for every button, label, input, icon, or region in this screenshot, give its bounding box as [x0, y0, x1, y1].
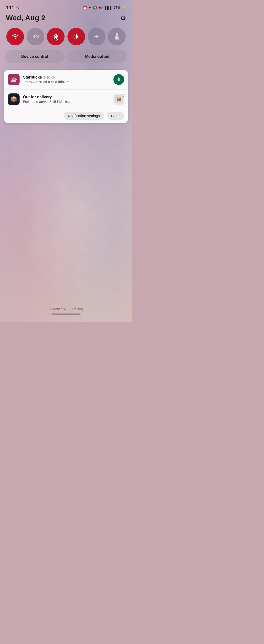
status-time: 11:10: [6, 4, 19, 11]
starbucks-notif-text: Today—50% off a cold drink af..: [23, 80, 110, 84]
starbucks-app-icon: ☕: [8, 74, 20, 86]
status-icons: ⏰ ✱ 🔇 5G↑ ▌▌▌ 78% 🔋: [83, 6, 126, 10]
svg-text:☕: ☕: [117, 77, 120, 79]
5g-icon: 5G↑: [98, 6, 103, 9]
notification-actions: Notification settings Clear: [4, 109, 128, 123]
quick-toggles: β ✈: [0, 26, 132, 49]
svg-text:β: β: [54, 33, 57, 39]
airplane-icon: ✈: [94, 33, 99, 40]
amazon-notification[interactable]: 📦 Out for delivery Estimated arrival 3:1…: [4, 90, 128, 109]
starbucks-notification[interactable]: ☕ Starbucks 9:20 AM Today—50% off a cold…: [4, 70, 128, 90]
amazon-notif-text: Estimated arrival 3:15 PM - 6:..: [23, 100, 110, 104]
battery-icon: 🔋: [122, 6, 126, 10]
svg-text:📦: 📦: [116, 96, 122, 102]
mute-icon: [32, 33, 39, 40]
home-indicator[interactable]: [51, 314, 81, 315]
airplane-toggle[interactable]: ✈: [88, 28, 105, 45]
wifi-toggle[interactable]: [6, 28, 24, 45]
sound-toggle[interactable]: [27, 28, 44, 45]
notification-settings-button[interactable]: Notification settings: [64, 112, 104, 120]
nfc-icon: [72, 33, 80, 40]
wifi-icon: [11, 33, 19, 40]
svg-rect-6: [116, 33, 118, 36]
date-row: Wed, Aug 2 ⚙: [0, 13, 132, 26]
amazon-notif-header: Out for delivery: [23, 95, 110, 99]
starbucks-notif-body: Starbucks 9:20 AM Today—50% off a cold d…: [23, 75, 110, 84]
bluetooth-status-icon: ✱: [88, 6, 91, 10]
bluetooth-icon: β: [52, 33, 59, 40]
alarm-icon: ⏰: [83, 6, 87, 10]
amazon-chevron-button[interactable]: ∨: [122, 93, 125, 98]
starbucks-chevron-button[interactable]: ∨: [122, 73, 125, 78]
bottom-bar: T-Mobile Wi-Fi Calling: [0, 307, 132, 315]
amazon-app-icon: 📦: [8, 94, 20, 105]
svg-point-8: [116, 37, 118, 39]
battery-percent: 78%: [114, 6, 120, 10]
amazon-delivery-title: Out for delivery: [23, 95, 52, 99]
action-buttons: Device control Media output: [0, 49, 132, 68]
signal-icon: ▌▌▌: [105, 6, 112, 10]
media-output-button[interactable]: Media output: [67, 50, 127, 63]
carrier-label: T-Mobile Wi-Fi Calling: [49, 307, 83, 311]
flashlight-icon: [113, 33, 120, 40]
status-bar: 11:10 ⏰ ✱ 🔇 5G↑ ▌▌▌ 78% 🔋: [0, 0, 132, 13]
notifications-card: ☕ Starbucks 9:20 AM Today—50% off a cold…: [4, 70, 128, 123]
flashlight-toggle[interactable]: [108, 28, 126, 45]
nfc-toggle[interactable]: [67, 28, 85, 45]
device-control-button[interactable]: Device control: [5, 50, 65, 63]
clear-notifications-button[interactable]: Clear: [107, 112, 124, 120]
mute-icon: 🔇: [93, 6, 97, 10]
starbucks-app-name: Starbucks: [23, 75, 42, 80]
settings-gear-icon[interactable]: ⚙: [120, 14, 126, 22]
svg-point-5: [76, 36, 77, 37]
date-label: Wed, Aug 2: [6, 14, 46, 22]
bluetooth-toggle[interactable]: β: [47, 28, 65, 45]
starbucks-notif-time: 9:20 AM: [44, 76, 56, 79]
amazon-notif-body: Out for delivery Estimated arrival 3:15 …: [23, 95, 110, 104]
starbucks-notif-header: Starbucks 9:20 AM: [23, 75, 110, 80]
